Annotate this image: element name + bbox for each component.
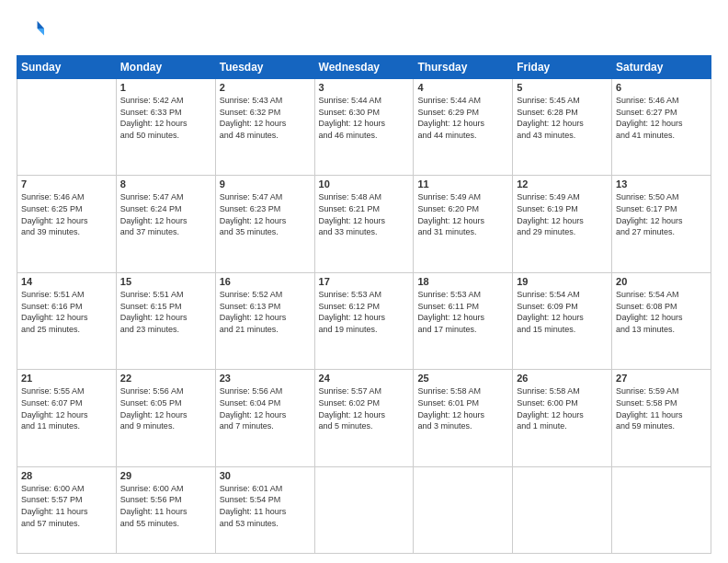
day-number: 12 [517, 178, 608, 190]
svg-marker-0 [38, 21, 44, 29]
calendar-day-cell: 15Sunrise: 5:51 AM Sunset: 6:15 PM Dayli… [116, 272, 215, 369]
day-number: 2 [220, 82, 311, 93]
weekday-header: Tuesday [215, 56, 314, 79]
day-info: Sunrise: 5:49 AM Sunset: 6:20 PM Dayligh… [417, 191, 508, 237]
calendar-day-cell: 19Sunrise: 5:54 AM Sunset: 6:09 PM Dayli… [513, 272, 612, 369]
calendar-day-cell: 18Sunrise: 5:53 AM Sunset: 6:11 PM Dayli… [414, 272, 513, 369]
day-number: 18 [417, 276, 508, 287]
day-info: Sunrise: 5:53 AM Sunset: 6:12 PM Dayligh… [319, 289, 410, 335]
day-info: Sunrise: 5:47 AM Sunset: 6:23 PM Dayligh… [220, 191, 311, 237]
day-number: 14 [21, 276, 112, 287]
day-info: Sunrise: 5:47 AM Sunset: 6:24 PM Dayligh… [120, 191, 211, 237]
svg-marker-1 [38, 29, 44, 35]
day-info: Sunrise: 5:42 AM Sunset: 6:33 PM Dayligh… [120, 95, 211, 141]
calendar-week-row: 28Sunrise: 6:00 AM Sunset: 5:57 PM Dayli… [17, 466, 711, 553]
calendar-day-cell: 5Sunrise: 5:45 AM Sunset: 6:28 PM Daylig… [513, 79, 612, 176]
calendar-day-cell: 4Sunrise: 5:44 AM Sunset: 6:29 PM Daylig… [414, 79, 513, 176]
day-info: Sunrise: 5:44 AM Sunset: 6:30 PM Dayligh… [319, 95, 410, 141]
calendar-week-row: 7Sunrise: 5:46 AM Sunset: 6:25 PM Daylig… [17, 176, 711, 272]
day-info: Sunrise: 5:56 AM Sunset: 6:05 PM Dayligh… [120, 385, 211, 431]
calendar-day-cell: 1Sunrise: 5:42 AM Sunset: 6:33 PM Daylig… [116, 79, 215, 176]
calendar-day-cell: 30Sunrise: 6:01 AM Sunset: 5:54 PM Dayli… [215, 466, 314, 553]
calendar-day-cell: 26Sunrise: 5:58 AM Sunset: 6:00 PM Dayli… [513, 370, 612, 466]
calendar-week-row: 14Sunrise: 5:51 AM Sunset: 6:16 PM Dayli… [17, 272, 711, 369]
calendar-week-row: 21Sunrise: 5:55 AM Sunset: 6:07 PM Dayli… [17, 370, 711, 466]
day-number: 15 [120, 276, 211, 287]
calendar-day-cell: 22Sunrise: 5:56 AM Sunset: 6:05 PM Dayli… [116, 370, 215, 466]
calendar-day-cell: 25Sunrise: 5:58 AM Sunset: 6:01 PM Dayli… [414, 370, 513, 466]
day-info: Sunrise: 5:52 AM Sunset: 6:13 PM Dayligh… [220, 289, 311, 335]
day-number: 22 [120, 373, 211, 384]
calendar-day-cell: 23Sunrise: 5:56 AM Sunset: 6:04 PM Dayli… [215, 370, 314, 466]
day-info: Sunrise: 5:51 AM Sunset: 6:15 PM Dayligh… [120, 289, 211, 335]
weekday-header: Monday [116, 56, 215, 79]
calendar-day-cell: 13Sunrise: 5:50 AM Sunset: 6:17 PM Dayli… [612, 176, 711, 272]
day-number: 17 [319, 276, 410, 287]
day-info: Sunrise: 5:49 AM Sunset: 6:19 PM Dayligh… [517, 191, 608, 237]
calendar-day-cell: 2Sunrise: 5:43 AM Sunset: 6:32 PM Daylig… [215, 79, 314, 176]
calendar-day-cell: 7Sunrise: 5:46 AM Sunset: 6:25 PM Daylig… [17, 176, 117, 272]
day-number: 26 [517, 373, 608, 384]
day-info: Sunrise: 5:53 AM Sunset: 6:11 PM Dayligh… [417, 289, 508, 335]
day-info: Sunrise: 5:50 AM Sunset: 6:17 PM Dayligh… [616, 191, 707, 237]
day-number: 25 [417, 373, 508, 384]
day-info: Sunrise: 5:58 AM Sunset: 6:00 PM Dayligh… [517, 385, 608, 431]
calendar-day-cell [17, 79, 117, 176]
day-number: 4 [417, 82, 508, 93]
day-number: 13 [616, 178, 707, 190]
day-number: 1 [120, 82, 211, 93]
day-info: Sunrise: 5:44 AM Sunset: 6:29 PM Dayligh… [417, 95, 508, 141]
day-number: 9 [220, 178, 311, 190]
page: SundayMondayTuesdayWednesdayThursdayFrid… [0, 0, 728, 563]
day-info: Sunrise: 5:46 AM Sunset: 6:25 PM Dayligh… [21, 191, 112, 237]
day-info: Sunrise: 5:48 AM Sunset: 6:21 PM Dayligh… [319, 191, 410, 237]
day-info: Sunrise: 6:00 AM Sunset: 5:57 PM Dayligh… [21, 483, 112, 529]
calendar-week-row: 1Sunrise: 5:42 AM Sunset: 6:33 PM Daylig… [17, 79, 711, 176]
calendar-day-cell: 29Sunrise: 6:00 AM Sunset: 5:56 PM Dayli… [116, 466, 215, 553]
day-info: Sunrise: 5:59 AM Sunset: 5:58 PM Dayligh… [616, 385, 707, 431]
calendar-day-cell: 8Sunrise: 5:47 AM Sunset: 6:24 PM Daylig… [116, 176, 215, 272]
calendar-day-cell: 3Sunrise: 5:44 AM Sunset: 6:30 PM Daylig… [314, 79, 414, 176]
calendar-day-cell: 10Sunrise: 5:48 AM Sunset: 6:21 PM Dayli… [314, 176, 414, 272]
calendar-day-cell: 12Sunrise: 5:49 AM Sunset: 6:19 PM Dayli… [513, 176, 612, 272]
calendar-day-cell: 14Sunrise: 5:51 AM Sunset: 6:16 PM Dayli… [17, 272, 117, 369]
calendar-day-cell [414, 466, 513, 553]
day-number: 30 [220, 470, 311, 481]
logo [17, 17, 44, 46]
header [17, 17, 711, 46]
day-info: Sunrise: 6:01 AM Sunset: 5:54 PM Dayligh… [220, 483, 311, 529]
day-number: 23 [220, 373, 311, 384]
day-info: Sunrise: 5:56 AM Sunset: 6:04 PM Dayligh… [220, 385, 311, 431]
calendar-day-cell: 27Sunrise: 5:59 AM Sunset: 5:58 PM Dayli… [612, 370, 711, 466]
day-info: Sunrise: 5:51 AM Sunset: 6:16 PM Dayligh… [21, 289, 112, 335]
day-number: 20 [616, 276, 707, 287]
weekday-header: Saturday [612, 56, 711, 79]
calendar-day-cell: 6Sunrise: 5:46 AM Sunset: 6:27 PM Daylig… [612, 79, 711, 176]
calendar-day-cell [513, 466, 612, 553]
day-info: Sunrise: 5:54 AM Sunset: 6:09 PM Dayligh… [517, 289, 608, 335]
weekday-header: Thursday [414, 56, 513, 79]
calendar-day-cell: 17Sunrise: 5:53 AM Sunset: 6:12 PM Dayli… [314, 272, 414, 369]
day-info: Sunrise: 5:43 AM Sunset: 6:32 PM Dayligh… [220, 95, 311, 141]
day-number: 16 [220, 276, 311, 287]
calendar-day-cell: 28Sunrise: 6:00 AM Sunset: 5:57 PM Dayli… [17, 466, 117, 553]
calendar-header-row: SundayMondayTuesdayWednesdayThursdayFrid… [17, 56, 711, 79]
day-number: 29 [120, 470, 211, 481]
day-number: 3 [319, 82, 410, 93]
calendar-day-cell: 9Sunrise: 5:47 AM Sunset: 6:23 PM Daylig… [215, 176, 314, 272]
day-number: 5 [517, 82, 608, 93]
calendar-day-cell: 24Sunrise: 5:57 AM Sunset: 6:02 PM Dayli… [314, 370, 414, 466]
calendar-day-cell: 20Sunrise: 5:54 AM Sunset: 6:08 PM Dayli… [612, 272, 711, 369]
day-number: 19 [517, 276, 608, 287]
day-info: Sunrise: 6:00 AM Sunset: 5:56 PM Dayligh… [120, 483, 211, 529]
weekday-header: Friday [513, 56, 612, 79]
logo-icon [18, 17, 44, 42]
day-number: 7 [21, 178, 112, 190]
day-info: Sunrise: 5:45 AM Sunset: 6:28 PM Dayligh… [517, 95, 608, 141]
day-info: Sunrise: 5:46 AM Sunset: 6:27 PM Dayligh… [616, 95, 707, 141]
day-number: 11 [417, 178, 508, 190]
day-info: Sunrise: 5:58 AM Sunset: 6:01 PM Dayligh… [417, 385, 508, 431]
calendar-day-cell [612, 466, 711, 553]
weekday-header: Sunday [17, 56, 117, 79]
calendar-table: SundayMondayTuesdayWednesdayThursdayFrid… [17, 55, 711, 554]
